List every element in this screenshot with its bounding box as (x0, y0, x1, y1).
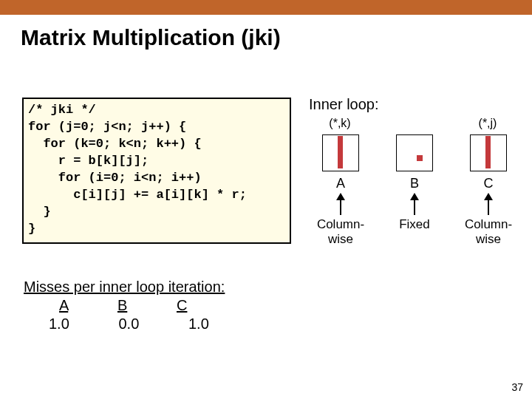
accent-bar (0, 0, 532, 15)
misses-col-c: C (177, 297, 187, 313)
misses-heading: Misses per inner loop iteration: (24, 279, 225, 295)
matrix-a-name: A (322, 176, 359, 191)
matrix-b-square (396, 134, 433, 171)
arrow-up-icon (414, 194, 415, 215)
matrix-c-name: C (470, 176, 507, 191)
misses-val-a: 1.0 (49, 316, 69, 332)
matrix-c-index: (*,j) (466, 117, 510, 130)
misses-table: Misses per inner loop iteration: A B C 1… (24, 278, 225, 333)
misses-col-b: B (117, 297, 127, 313)
matrix-a-column-stripe (338, 136, 343, 168)
misses-val-b: 0.0 (119, 316, 140, 332)
page-title: Matrix Multiplication (jki) (21, 25, 532, 50)
matrix-b-access: Fixed (386, 217, 443, 232)
page-number: 37 (511, 381, 523, 393)
arrow-up-icon (340, 194, 341, 215)
inner-loop-label: Inner loop: (309, 96, 379, 113)
arrow-up-icon (488, 194, 489, 215)
matrix-c-access: Column- wise (460, 217, 517, 246)
matrix-a-access: Column- wise (312, 217, 369, 246)
matrix-c-column-stripe (485, 136, 491, 168)
matrix-b-name: B (396, 176, 433, 191)
code-block: /* jki */ for (j=0; j<n; j++) { for (k=0… (22, 98, 291, 244)
misses-val-c: 1.0 (188, 316, 209, 332)
matrix-a-index: (*,k) (318, 117, 362, 130)
misses-col-a: A (59, 297, 68, 313)
matrix-b-element-dot (417, 155, 423, 161)
